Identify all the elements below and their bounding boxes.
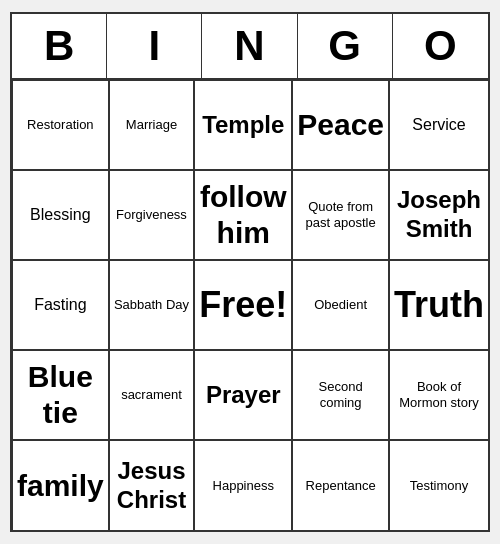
bingo-cell[interactable]: follow him xyxy=(194,170,292,260)
cell-text: Marriage xyxy=(126,117,177,133)
bingo-cell[interactable]: Testimony xyxy=(389,440,488,530)
header-letter: G xyxy=(298,14,393,78)
bingo-cell[interactable]: sacrament xyxy=(109,350,195,440)
cell-text: Forgiveness xyxy=(116,207,187,223)
cell-text: Repentance xyxy=(306,478,376,494)
cell-text: Prayer xyxy=(206,381,281,410)
bingo-cell[interactable]: Book of Mormon story xyxy=(389,350,488,440)
cell-text: Restoration xyxy=(27,117,93,133)
bingo-cell[interactable]: Service xyxy=(389,80,488,170)
cell-text: sacrament xyxy=(121,387,182,403)
cell-text: Truth xyxy=(394,283,484,326)
bingo-card: BINGO RestorationMarriageTemplePeaceServ… xyxy=(10,12,490,532)
bingo-cell[interactable]: Jesus Christ xyxy=(109,440,195,530)
cell-text: Peace xyxy=(297,107,384,143)
cell-text: Quote from past apostle xyxy=(297,199,384,230)
cell-text: Sabbath Day xyxy=(114,297,189,313)
bingo-cell[interactable]: Fasting xyxy=(12,260,109,350)
cell-text: Joseph Smith xyxy=(394,186,484,244)
cell-text: Happiness xyxy=(213,478,274,494)
cell-text: Jesus Christ xyxy=(114,457,190,515)
bingo-cell[interactable]: Forgiveness xyxy=(109,170,195,260)
bingo-cell[interactable]: Peace xyxy=(292,80,389,170)
cell-text: Second coming xyxy=(297,379,384,410)
cell-text: Blue tie xyxy=(17,359,104,431)
header-letter: I xyxy=(107,14,202,78)
cell-text: Temple xyxy=(202,111,284,140)
bingo-cell[interactable]: Sabbath Day xyxy=(109,260,195,350)
bingo-cell[interactable]: family xyxy=(12,440,109,530)
bingo-cell[interactable]: Prayer xyxy=(194,350,292,440)
bingo-cell[interactable]: Quote from past apostle xyxy=(292,170,389,260)
bingo-header: BINGO xyxy=(12,14,488,80)
bingo-cell[interactable]: Second coming xyxy=(292,350,389,440)
cell-text: Obedient xyxy=(314,297,367,313)
bingo-cell[interactable]: Repentance xyxy=(292,440,389,530)
cell-text: Fasting xyxy=(34,295,86,314)
bingo-grid: RestorationMarriageTemplePeaceServiceBle… xyxy=(12,80,488,530)
bingo-cell[interactable]: Happiness xyxy=(194,440,292,530)
cell-text: Free! xyxy=(199,283,287,326)
cell-text: follow him xyxy=(199,179,287,251)
header-letter: B xyxy=(12,14,107,78)
cell-text: Testimony xyxy=(410,478,469,494)
bingo-cell[interactable]: Restoration xyxy=(12,80,109,170)
bingo-cell[interactable]: Obedient xyxy=(292,260,389,350)
header-letter: N xyxy=(202,14,297,78)
cell-text: family xyxy=(17,468,104,504)
header-letter: O xyxy=(393,14,488,78)
cell-text: Service xyxy=(412,115,465,134)
bingo-cell[interactable]: Joseph Smith xyxy=(389,170,488,260)
bingo-cell[interactable]: Blessing xyxy=(12,170,109,260)
bingo-cell[interactable]: Free! xyxy=(194,260,292,350)
bingo-cell[interactable]: Marriage xyxy=(109,80,195,170)
cell-text: Book of Mormon story xyxy=(394,379,484,410)
bingo-cell[interactable]: Temple xyxy=(194,80,292,170)
cell-text: Blessing xyxy=(30,205,90,224)
bingo-cell[interactable]: Truth xyxy=(389,260,488,350)
bingo-cell[interactable]: Blue tie xyxy=(12,350,109,440)
